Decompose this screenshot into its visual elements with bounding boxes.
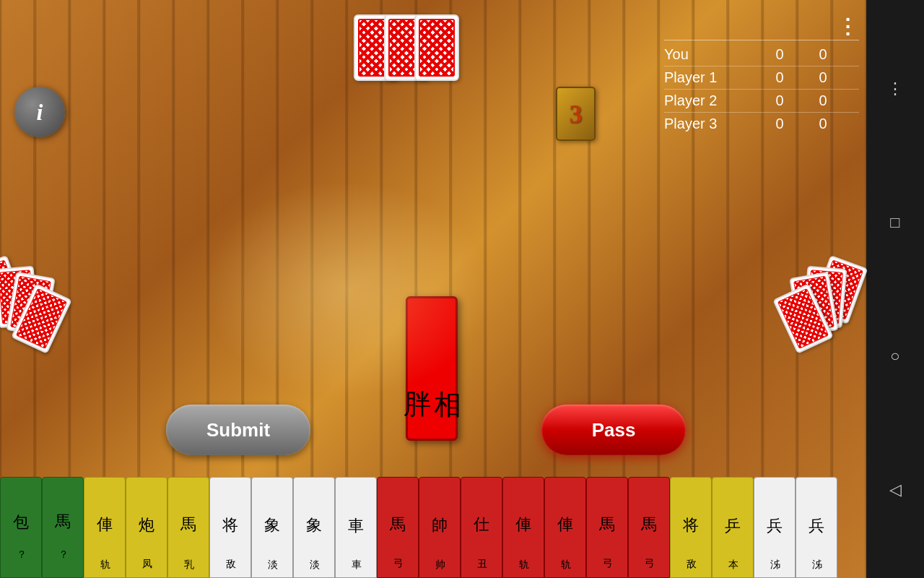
hand-card-5[interactable]: 将敌 [209,477,251,578]
hand-card-14[interactable]: 馬弓 [586,477,628,578]
info-button[interactable]: i [14,87,65,137]
score-name-0: You [664,46,758,63]
hand-card-char-bot-0: ？ [16,543,26,553]
card-back-3[interactable] [414,14,459,81]
hand-card-13[interactable]: 俥轨 [544,477,586,578]
android-nav-bar: ⋮ □ ○ ◁ [866,0,924,578]
score-val1-3: 0 [758,116,801,132]
hand-card-11[interactable]: 仕丑 [461,477,502,578]
back-icon[interactable]: ◁ [889,480,902,499]
hand-card-8[interactable]: 車車 [335,477,377,578]
hand-card-7[interactable]: 象淡 [293,477,335,578]
hand-card-12[interactable]: 俥轨 [502,477,544,578]
score-val2-0: 0 [801,46,845,63]
hand-card-1[interactable]: 馬？ [42,477,84,578]
hand-card-17[interactable]: 乒本 [712,477,754,578]
top-card-stack [354,14,459,81]
score-row-0: You00 [664,43,859,66]
player-hand: 包？馬？俥轨炮凤馬乳将敌象淡象淡車車馬弓帥帅仕丑俥轨俥轨馬弓馬弓将敌乒本兵泲兵泲 [0,477,866,578]
submit-button[interactable]: Submit [166,405,310,455]
score-val1-0: 0 [758,46,801,63]
score-row-1: Player 100 [664,66,859,90]
score-divider [664,40,859,40]
score-row-2: Player 200 [664,90,859,113]
recent-apps-icon[interactable]: □ [890,213,899,232]
score-name-1: Player 1 [664,69,758,86]
hand-card-9[interactable]: 馬弓 [377,477,419,578]
score-val2-1: 0 [801,69,845,86]
score-val2-3: 0 [801,116,845,132]
score-val1-1: 0 [758,69,801,86]
number-card-value: 3 [570,99,583,129]
hand-card-15[interactable]: 馬弓 [628,477,670,578]
hand-card-4[interactable]: 馬乳 [167,477,209,578]
hand-card-char-bot-1: ？ [58,543,68,553]
score-name-3: Player 3 [664,116,758,132]
hand-card-0[interactable]: 包？ [0,477,42,578]
score-name-2: Player 2 [664,92,758,109]
info-icon: i [37,99,43,126]
home-icon[interactable]: ○ [890,347,899,366]
hand-card-2[interactable]: 俥轨 [84,477,126,578]
score-val1-2: 0 [758,92,801,109]
score-row-3: Player 300 [664,113,859,135]
right-player-cards [787,253,859,368]
hand-card-6[interactable]: 象淡 [251,477,293,578]
hand-card-18[interactable]: 兵泲 [754,477,796,578]
score-val2-2: 0 [801,92,845,109]
more-menu-button[interactable]: ⋮ [837,14,859,38]
left-player-cards [0,253,51,368]
number-card: 3 [556,87,596,141]
more-dots-nav-icon[interactable]: ⋮ [887,79,903,98]
hand-card-10[interactable]: 帥帅 [419,477,461,578]
hand-card-19[interactable]: 兵泲 [796,477,837,578]
hand-card-3[interactable]: 炮凤 [126,477,167,578]
score-panel: You00Player 100Player 200Player 300 [664,43,859,135]
hand-card-16[interactable]: 将敌 [670,477,712,578]
center-played-card: 相胖 [406,296,458,441]
pass-button[interactable]: Pass [541,405,686,455]
